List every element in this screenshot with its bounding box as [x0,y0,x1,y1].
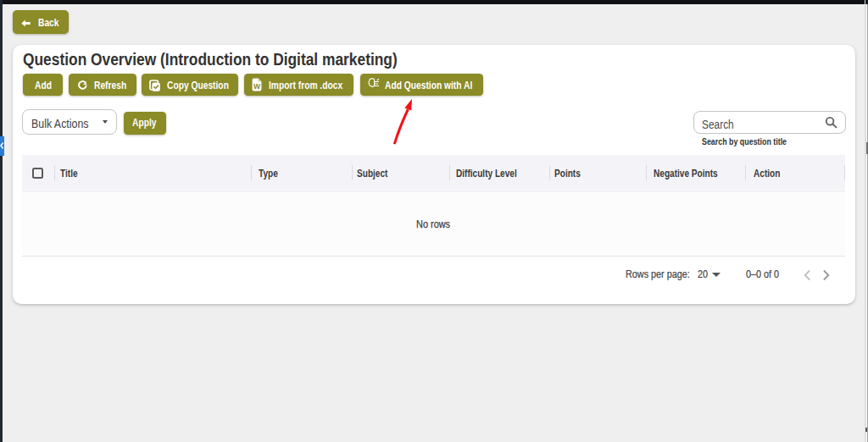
svg-text:W: W [253,82,261,91]
